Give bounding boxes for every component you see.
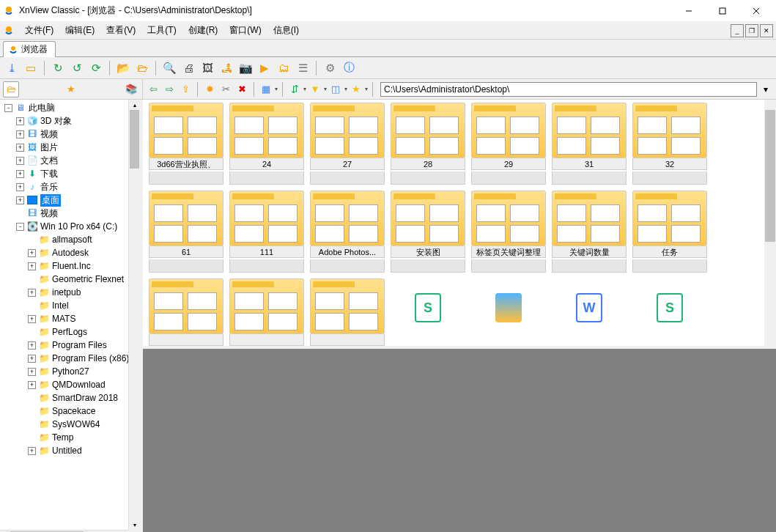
nav-cut-icon[interactable]: ✂: [218, 82, 233, 97]
info-icon[interactable]: ⓘ: [340, 59, 358, 77]
tree-row[interactable]: -🖥此电脑: [1, 101, 138, 114]
menu-item[interactable]: 窗口(W): [223, 23, 267, 37]
nav-delete-icon[interactable]: ✖: [234, 82, 249, 97]
tree-row[interactable]: +📁Program Files (x86): [1, 352, 138, 365]
mdi-minimize-button[interactable]: _: [731, 24, 744, 37]
path-dropdown-icon[interactable]: ▾: [758, 82, 773, 97]
expand-icon[interactable]: +: [28, 381, 36, 389]
menu-item[interactable]: 创建(R): [182, 23, 224, 37]
folder-thumbnail[interactable]: 111: [229, 191, 304, 273]
mdi-restore-button[interactable]: ❐: [745, 24, 758, 37]
folder-thumbnail[interactable]: 31: [552, 103, 627, 185]
nav-favorite-icon[interactable]: ★: [349, 82, 363, 97]
folder-tree[interactable]: -🖥此电脑+🧊3D 对象+🎞视频+🖼图片+📄文档+⬇下载+♪音乐+桌面 🎞视频-…: [0, 100, 140, 532]
folder-thumbnail[interactable]: 32: [632, 103, 707, 185]
folder-thumbnail[interactable]: 关键词数量: [552, 191, 627, 273]
menu-item[interactable]: 查看(V): [100, 23, 141, 37]
tree-row[interactable]: +♪音乐: [1, 180, 138, 193]
folder-thumbnail[interactable]: 61: [149, 191, 223, 273]
tree-row[interactable]: +📁Autodesk: [1, 246, 138, 259]
nav-back-icon[interactable]: ⇦: [146, 82, 160, 97]
expand-icon[interactable]: +: [16, 157, 24, 165]
import-icon[interactable]: ⤓: [3, 59, 21, 77]
menu-item[interactable]: 文件(F): [19, 23, 59, 37]
folder-thumbnail[interactable]: 3d66营业执照、: [149, 103, 223, 185]
expand-icon[interactable]: +: [16, 130, 24, 138]
favorite-tab[interactable]: ★: [63, 81, 79, 97]
tree-row[interactable]: 📁Spacekace: [1, 404, 138, 418]
open-icon[interactable]: 📂: [114, 59, 132, 77]
file-thumbnail[interactable]: S: [391, 278, 465, 349]
tree-row[interactable]: +📁Fluent.Inc: [1, 259, 138, 273]
tree-row[interactable]: +📁Untitled: [1, 444, 138, 457]
close-button[interactable]: [739, 0, 773, 22]
tree-row[interactable]: 📁allmapsoft: [1, 233, 138, 246]
expand-icon[interactable]: +: [16, 117, 24, 125]
tree-row[interactable]: +📁QMDownload: [1, 378, 138, 391]
nav-filter-icon[interactable]: ▼: [308, 82, 322, 97]
thumbnail-grid[interactable]: 3d66营业执照、24272829313261111Adobe Photos..…: [143, 100, 776, 349]
expand-icon[interactable]: +: [28, 355, 36, 363]
tree-row[interactable]: +📁Program Files: [1, 339, 138, 352]
capture-icon[interactable]: 📷: [237, 59, 254, 77]
folder-thumbnail[interactable]: 28: [391, 103, 465, 185]
nav-forward-icon[interactable]: ⇨: [162, 82, 177, 97]
expand-icon[interactable]: +: [16, 170, 24, 178]
expand-icon[interactable]: +: [28, 315, 36, 323]
tree-row[interactable]: +🧊3D 对象: [1, 114, 138, 128]
expand-icon[interactable]: +: [16, 144, 24, 152]
tab-browser[interactable]: 浏览器: [3, 41, 56, 57]
search-icon[interactable]: 🔍: [160, 59, 178, 77]
folder-thumbnail[interactable]: 标签页关键词整理: [471, 191, 546, 273]
scan-icon[interactable]: ▭: [22, 59, 40, 77]
tree-row[interactable]: +🖼图片: [1, 141, 138, 154]
file-thumbnail[interactable]: [471, 278, 546, 349]
list-icon[interactable]: ☰: [294, 59, 311, 77]
maximize-button[interactable]: [706, 0, 739, 22]
folder-thumbnail[interactable]: 24: [229, 103, 304, 185]
folder-thumbnail[interactable]: 29: [471, 103, 546, 185]
expand-icon[interactable]: +: [16, 196, 24, 204]
image-icon[interactable]: 🏞: [218, 59, 235, 77]
scrollbar-thumb[interactable]: [765, 110, 775, 242]
tree-row[interactable]: 📁PerfLogs: [1, 325, 138, 339]
minimize-button[interactable]: [672, 0, 706, 22]
menu-item[interactable]: 编辑(E): [59, 23, 100, 37]
expand-icon[interactable]: +: [28, 289, 36, 297]
folder-thumbnail[interactable]: 任务: [632, 191, 707, 273]
mdi-close-button[interactable]: ✕: [760, 24, 773, 37]
print-icon[interactable]: 🖨: [180, 59, 197, 77]
collapse-icon[interactable]: -: [4, 104, 12, 112]
tree-row[interactable]: -💽Win 10 Pro x64 (C:): [1, 220, 138, 233]
tree-row[interactable]: +⬇下载: [1, 167, 138, 180]
tree-row[interactable]: +📁MATS: [1, 312, 138, 325]
slideshow-icon[interactable]: ▶: [256, 59, 273, 77]
menu-item[interactable]: 工具(T): [141, 23, 182, 37]
expand-icon[interactable]: +: [28, 341, 36, 350]
expand-icon[interactable]: +: [28, 249, 36, 257]
scrollbar-thumb[interactable]: [130, 110, 139, 169]
tree-row[interactable]: 🎞视频: [1, 207, 138, 220]
folder-thumbnail[interactable]: 27: [310, 103, 385, 185]
tree-row[interactable]: 📁Geometric Flexnet: [1, 273, 138, 286]
tree-row[interactable]: 📁SysWOW64: [1, 418, 138, 431]
file-thumbnail[interactable]: W: [552, 278, 627, 349]
expand-icon[interactable]: +: [16, 183, 24, 191]
folder-thumbnail[interactable]: Adobe Photos...: [310, 191, 385, 273]
folder-open-icon[interactable]: 🗁: [133, 59, 151, 77]
nav-sort-icon[interactable]: ⇵: [287, 82, 302, 97]
expand-icon[interactable]: +: [28, 368, 36, 376]
refresh-icon[interactable]: ↻: [49, 59, 67, 77]
folder-tab[interactable]: 🗁: [3, 81, 19, 97]
tree-row[interactable]: 📁SmartDraw 2018: [1, 391, 138, 404]
folder-thumbnail[interactable]: 安装图: [391, 191, 465, 273]
tree-row[interactable]: +📄文档: [1, 154, 138, 167]
nav-view-icon[interactable]: ▦: [259, 82, 273, 97]
refresh-all-icon[interactable]: ⟳: [87, 59, 105, 77]
tree-row[interactable]: 📁Intel: [1, 299, 138, 312]
folder-thumbnail[interactable]: [229, 278, 304, 349]
file-thumbnail[interactable]: S: [632, 278, 707, 349]
nav-layout-icon[interactable]: ◫: [328, 82, 343, 97]
convert-icon[interactable]: 🗂: [275, 59, 292, 77]
collapse-icon[interactable]: -: [16, 223, 24, 231]
